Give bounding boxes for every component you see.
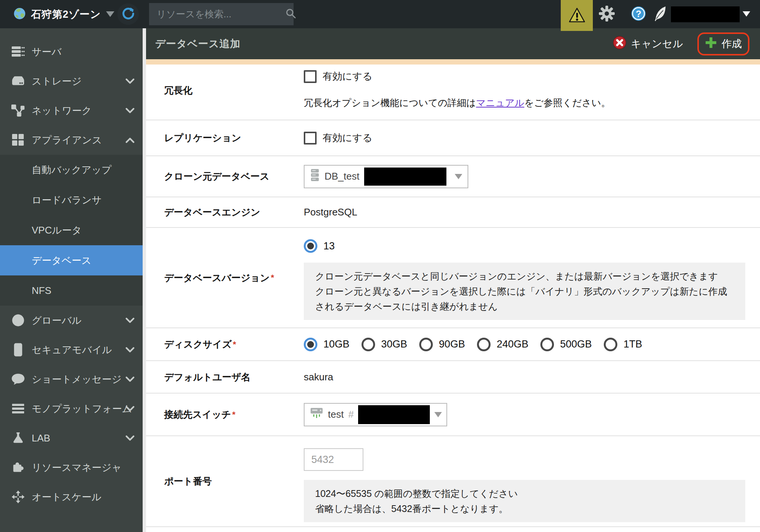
disk-radio-90gb[interactable]: 90GB bbox=[419, 338, 465, 351]
database-add-form: 冗長化 有効にする 冗長化オプション機能についての詳細はマニュアルをご参照くださ… bbox=[146, 65, 760, 527]
checkbox-icon[interactable] bbox=[304, 70, 317, 83]
help-button[interactable]: ? bbox=[628, 0, 649, 28]
sidebar-item-storage[interactable]: ストレージ bbox=[0, 66, 143, 96]
chevron-down-icon bbox=[126, 377, 134, 382]
sidebar-item-lab[interactable]: LAB bbox=[0, 423, 143, 453]
sidebar-item-label: サーバ bbox=[32, 45, 62, 58]
search-icon bbox=[286, 8, 296, 20]
redacted-switch-id bbox=[358, 405, 430, 424]
account-chevron-icon[interactable] bbox=[743, 11, 750, 17]
form-row-clone-source: クローン元データベース DB_test bbox=[146, 156, 760, 197]
port-info-line: 1024〜65535 の範囲の整数で指定してください bbox=[315, 486, 734, 501]
port-number-input[interactable] bbox=[304, 448, 363, 471]
field-label: ポート番号 bbox=[164, 436, 304, 526]
version-info-line: クローン元データベースと同じバージョンのエンジン、または最新バージョンを選択でき… bbox=[315, 269, 734, 284]
server-icon bbox=[11, 45, 25, 58]
selected-database-name: DB_test bbox=[325, 171, 360, 182]
radio-icon[interactable] bbox=[540, 338, 554, 351]
radio-icon[interactable] bbox=[362, 338, 375, 351]
sidebar-item-label: 自動バックアップ bbox=[32, 163, 112, 177]
warning-button[interactable] bbox=[561, 0, 593, 31]
feedback-button[interactable] bbox=[651, 0, 669, 28]
sidebar-item-label: グローバル bbox=[32, 314, 82, 327]
help-icon: ? bbox=[631, 6, 646, 23]
sidebar-gutter bbox=[143, 28, 146, 532]
search-box bbox=[149, 3, 294, 25]
switch-icon bbox=[310, 407, 323, 422]
globe-icon bbox=[11, 314, 25, 327]
form-row-disk-size: ディスクサイズ* 10GB 30GB 90GB 240GB 500GB 1TB bbox=[146, 328, 760, 361]
form-row-version: データベースバージョン* 13 クローン元データベースと同じバージョンのエンジン… bbox=[146, 228, 760, 328]
sidebar-item-resource-manager[interactable]: リソースマネージャ bbox=[0, 453, 143, 482]
sidebar-item-secure-mobile[interactable]: セキュアモバイル bbox=[0, 335, 143, 364]
disk-radio-10gb[interactable]: 10GB bbox=[304, 338, 349, 351]
sidebar-item-autoscale[interactable]: オートスケール bbox=[0, 482, 143, 512]
sidebar-item-server[interactable]: サーバ bbox=[0, 37, 143, 66]
sidebar-item-short-message[interactable]: ショートメッセージ bbox=[0, 364, 143, 394]
sidebar-item-label: LAB bbox=[32, 432, 50, 444]
disk-radio-1tb[interactable]: 1TB bbox=[604, 338, 642, 351]
account-name-redacted[interactable] bbox=[671, 6, 740, 22]
create-button[interactable]: 作成 bbox=[705, 37, 742, 51]
sidebar-item-label: アプライアンス bbox=[32, 134, 102, 147]
sidebar-item-database[interactable]: データベース bbox=[0, 245, 143, 275]
search-input[interactable] bbox=[149, 9, 286, 20]
settings-button[interactable] bbox=[596, 0, 617, 28]
sidebar-item-label: データベース bbox=[32, 254, 91, 267]
disk-radio-500gb[interactable]: 500GB bbox=[540, 338, 592, 351]
radio-selected-icon[interactable] bbox=[304, 338, 317, 351]
switch-hash: # bbox=[348, 409, 354, 420]
refresh-button[interactable] bbox=[117, 3, 139, 25]
sidebar-item-network[interactable]: ネットワーク bbox=[0, 96, 143, 125]
chevron-down-icon bbox=[126, 435, 134, 441]
sidebar-item-mono-platform[interactable]: モノプラットフォーム bbox=[0, 394, 143, 423]
field-label: 接続先スイッチ* bbox=[164, 394, 304, 435]
sidebar-item-load-balancer[interactable]: ロードバランサ bbox=[0, 185, 143, 215]
field-label: レプリケーション bbox=[164, 120, 304, 155]
cancel-x-icon bbox=[613, 36, 626, 52]
disk-radio-30gb[interactable]: 30GB bbox=[362, 338, 407, 351]
disk-radio-240gb[interactable]: 240GB bbox=[477, 338, 528, 351]
switch-select[interactable]: test # bbox=[304, 403, 447, 426]
warning-icon bbox=[568, 7, 586, 24]
zone-label: 石狩第2ゾーン bbox=[31, 8, 101, 21]
sidebar-item-label: ロードバランサ bbox=[32, 194, 102, 207]
redundancy-enable-checkbox[interactable]: 有効にする bbox=[304, 70, 372, 83]
form-row-engine: データベースエンジン PostgreSQL bbox=[146, 197, 760, 228]
topbar: 石狩第2ゾーン ? bbox=[0, 0, 760, 28]
feather-icon bbox=[654, 6, 667, 23]
database-icon bbox=[310, 169, 320, 185]
checkbox-icon[interactable] bbox=[304, 132, 317, 145]
radio-selected-icon[interactable] bbox=[304, 239, 317, 253]
field-label: 冗長化 bbox=[164, 65, 304, 120]
cancel-button[interactable]: キャンセル bbox=[613, 36, 683, 52]
sidebar-item-appliance[interactable]: アプライアンス bbox=[0, 125, 143, 155]
sidebar-item-global[interactable]: グローバル bbox=[0, 306, 143, 335]
radio-icon[interactable] bbox=[477, 338, 491, 351]
required-mark: * bbox=[271, 273, 274, 283]
autoscale-icon bbox=[11, 490, 25, 504]
zone-selector[interactable]: 石狩第2ゾーン bbox=[14, 0, 114, 28]
sidebar-item-label: NFS bbox=[32, 285, 51, 297]
puzzle-icon bbox=[11, 461, 25, 474]
version-radio-13[interactable]: 13 bbox=[304, 239, 335, 253]
sidebar-item-label: ストレージ bbox=[32, 75, 82, 88]
replication-enable-checkbox[interactable]: 有効にする bbox=[304, 131, 372, 145]
selected-switch-name: test bbox=[328, 409, 344, 420]
sidebar-item-label: セキュアモバイル bbox=[32, 343, 112, 357]
chevron-down-icon bbox=[126, 318, 134, 323]
chevron-down-icon bbox=[126, 406, 134, 412]
cancel-label: キャンセル bbox=[631, 37, 683, 51]
gear-icon bbox=[599, 6, 615, 23]
manual-link[interactable]: マニュアル bbox=[476, 97, 524, 108]
chevron-down-icon bbox=[126, 347, 134, 353]
clone-source-select[interactable]: DB_test bbox=[304, 165, 468, 188]
sidebar-item-nfs[interactable]: NFS bbox=[0, 275, 143, 306]
required-mark: * bbox=[232, 410, 235, 420]
radio-icon[interactable] bbox=[419, 338, 433, 351]
form-row-replication: レプリケーション 有効にする bbox=[146, 120, 760, 156]
radio-icon[interactable] bbox=[604, 338, 617, 351]
sidebar-item-auto-backup[interactable]: 自動バックアップ bbox=[0, 155, 143, 185]
checkbox-label: 有効にする bbox=[323, 131, 372, 145]
sidebar-item-vpc-router[interactable]: VPCルータ bbox=[0, 215, 143, 245]
